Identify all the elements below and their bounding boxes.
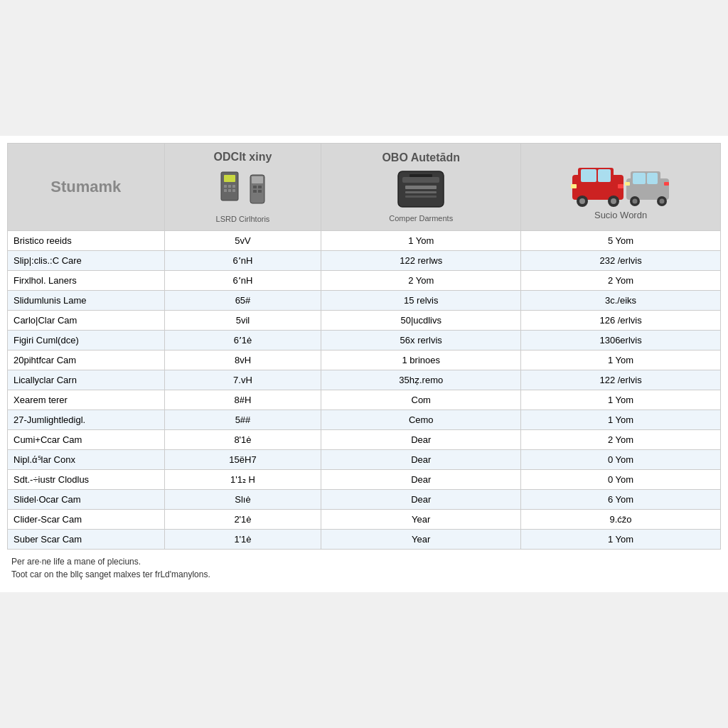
svg-rect-23 [598,169,611,182]
cell-4-col2: 5vil [164,311,321,331]
col2-title: ODClt xiny [169,151,317,164]
obd-device-icon [220,171,247,208]
table-row: Nipl.ά⁵lar Conx15ëH7Dear0 Yom [8,450,721,470]
cell-0-col2: 5vV [164,231,321,251]
data-table-body: Bristico reeids5vV1 Yom5 YomSlip|:clis.:… [8,231,721,550]
cell-8-col3: Com [321,390,521,410]
cell-5-col3: 56x rerlvis [321,331,521,350]
cell-9-col3: Cemo [321,410,521,430]
cell-9-col2: 5## [164,410,321,430]
cell-1-label: Slip|:clis.:C Care [8,251,165,271]
cell-13-label: Slidel·Ocar Cam [8,490,165,510]
cell-4-col3: 50|ucdlivs [321,311,521,331]
svg-rect-4 [232,185,235,188]
col4-header: Sucio Wordn [521,144,721,231]
svg-point-25 [579,198,585,204]
table-row: Xearem terer8#HCom1 Yom [8,390,721,410]
cell-3-col4: 3c./eiks [521,291,721,311]
cell-4-col4: 126 /erlvis [521,311,721,331]
cell-15-col3: Year [321,530,521,550]
cell-8-col4: 1 Yom [521,390,721,410]
cell-11-col4: 0 Yom [521,450,721,470]
cell-10-col3: Dear [321,430,521,450]
cell-13-col2: Slıė [164,490,321,510]
table-row: Firxlhol. Laners6ʼnH2 Yom2 Yom [8,271,721,291]
col4-cars-image [525,157,716,207]
cell-7-col3: 35hẓ.remo [321,370,521,390]
cell-6-label: 20pihtfcar Cam [8,350,165,370]
table-row: Cumi+Ccar Cam8'1ėDear2 Yom [8,430,721,450]
table-row: Clider-Scar Cam2'1ėYear9.ćžo [8,510,721,530]
table-row: Figiri Cuml(dce)6ʼ1ė56x rerlvis1306erlvi… [8,331,721,350]
col3-header: OBO Autetādn Comper Darments [321,144,521,231]
cell-1-col2: 6ʼnH [164,251,321,271]
cell-4-label: Carlo|Clar Cam [8,311,165,331]
cell-10-col2: 8'1ė [164,430,321,450]
cell-7-label: Licallyclar Carn [8,370,165,390]
svg-rect-38 [625,182,630,186]
table-row: Slidel·Ocar CamSlıėDear6 Yom [8,490,721,510]
cell-13-col4: 6 Yom [521,490,721,510]
cell-14-col3: Year [321,510,521,530]
cell-1-col3: 122 rerlws [321,251,521,271]
obd-handheld-icon [250,174,265,204]
table-row: Slip|:clis.:C Care6ʼnH122 rerlws232 /erl… [8,251,721,271]
cell-10-label: Cumi+Ccar Cam [8,430,165,450]
cell-7-col4: 122 /erlvis [521,370,721,390]
cell-12-col3: Dear [321,470,521,490]
svg-rect-13 [258,190,262,193]
cell-9-col4: 1 Yom [521,410,721,430]
svg-rect-39 [664,182,669,186]
svg-rect-32 [633,173,646,184]
cell-14-label: Clider-Scar Cam [8,510,165,530]
svg-rect-19 [410,174,432,177]
cell-14-col2: 2'1ė [164,510,321,530]
svg-rect-3 [228,185,231,188]
col3-printer-image [326,168,516,210]
col3-sub: Comper Darments [326,214,516,223]
col2-device-image [214,168,271,210]
table-row: Licallyclar Carn7.vH35hẓ.remo122 /erlvis [8,370,721,390]
cell-12-label: Sdt.-÷iustr Clodlus [8,470,165,490]
cell-2-col2: 6ʼnH [164,271,321,291]
svg-rect-18 [405,196,437,198]
cell-8-label: Xearem terer [8,390,165,410]
cell-11-col2: 15ëH7 [164,450,321,470]
svg-point-35 [633,198,638,203]
cell-5-col2: 6ʼ1ė [164,331,321,350]
svg-rect-2 [224,185,227,188]
svg-rect-16 [405,186,437,189]
table-row: Slidumlunis Lame65#15 relvis3c./eiks [8,291,721,311]
cell-11-col3: Dear [321,450,521,470]
cell-11-label: Nipl.ά⁵lar Conx [8,450,165,470]
cell-7-col2: 7.vH [164,370,321,390]
cell-14-col4: 9.ćžo [521,510,721,530]
cell-15-label: Suber Scar Cam [8,530,165,550]
svg-rect-33 [647,173,658,184]
cell-15-col2: 1'1ė [164,530,321,550]
svg-rect-5 [224,189,227,192]
svg-point-27 [611,198,616,204]
svg-rect-1 [224,175,235,182]
svg-rect-12 [253,190,257,193]
cell-3-col3: 15 relvis [321,291,521,311]
cell-6-col3: 1 brinoes [321,350,521,370]
cell-0-label: Bristico reeids [8,231,165,251]
cell-9-label: 27-Jumlightledigl. [8,410,165,430]
cell-15-col4: 1 Yom [521,530,721,550]
table-row: 20pihtfcar Cam8vH1 brinoes1 Yom [8,350,721,370]
footnote-2: Toot car on the bllç sanget malxes ter f… [11,569,717,579]
svg-rect-28 [571,184,577,188]
cars-icon [571,157,670,207]
printer-icon [395,168,446,210]
footnote-1: Per are·ne life a mane of pleciuns. [11,557,717,567]
col3-title: OBO Autetādn [326,151,516,164]
svg-rect-29 [618,184,623,188]
cell-5-col4: 1306erlvis [521,331,721,350]
cell-0-col3: 1 Yom [321,231,521,251]
footnotes: Per are·ne life a mane of pleciuns. Toot… [7,550,721,585]
cell-2-col4: 2 Yom [521,271,721,291]
col2-sub: LSRD Cirlhtoris [169,215,317,223]
cell-2-label: Firxlhol. Laners [8,271,165,291]
cell-1-col4: 232 /erlvis [521,251,721,271]
